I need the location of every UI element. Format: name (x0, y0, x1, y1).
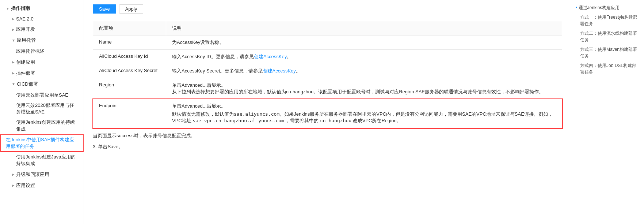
chevron-down-icon (6, 7, 9, 11)
sidebar-item-use-yunxiao-sae[interactable]: 使用云效部署应用至SAE (0, 90, 84, 101)
main-content: Save Apply 配置项 说明 Name 为AccessKey设置名称。 A… (84, 0, 571, 224)
footer-step3: 3. 单击Save。 (93, 143, 562, 150)
sidebar-item-sae20[interactable]: SAE 2.0 (0, 14, 84, 24)
table-row: AliCloud Access Key Secret 输入AccessKey S… (93, 64, 562, 78)
chevron-right-icon (12, 17, 15, 21)
chevron-right-icon (12, 183, 15, 187)
field-access-key-id-desc: 输入AccessKey ID。更多信息，请参见创建AccessKey。 (166, 50, 562, 64)
chevron-right-icon (12, 71, 15, 75)
sidebar-item-use-jenkins-java[interactable]: 使用Jenkins创建Java应用的持续集成 (0, 152, 84, 169)
field-name-desc: 为AccessKey设置名称。 (166, 36, 562, 50)
apply-button[interactable]: Apply (119, 4, 144, 14)
right-sidebar-method1[interactable]: 方式一：使用Freestyle构建部署任务 (576, 12, 640, 29)
field-endpoint: Endpoint (93, 99, 166, 128)
chevron-down-icon (12, 82, 15, 86)
toolbar: Save Apply (84, 0, 571, 18)
sidebar-item-upgrade-rollback[interactable]: 升级和回滚应用 (0, 169, 84, 180)
table-row: Name 为AccessKey设置名称。 (93, 36, 562, 50)
table-row: AliCloud Access Key Id 输入AccessKey ID。更多… (93, 50, 562, 64)
right-sidebar-method4[interactable]: 方式四：使用Job DSL构建部署任务 (576, 61, 640, 77)
chevron-right-icon (12, 60, 15, 64)
sidebar-item-cicd-deploy[interactable]: CICD部署 (0, 79, 84, 90)
chevron-down-icon (12, 38, 15, 42)
right-sidebar-via-jenkins[interactable]: • 通过Jenkins构建应用 (576, 3, 640, 12)
config-table: 配置项 说明 Name 为AccessKey设置名称。 AliCloud Acc… (93, 21, 562, 128)
field-region: Region (93, 78, 166, 99)
sidebar-item-ops-guide[interactable]: 操作指南 (0, 3, 84, 14)
footer-success-text: 当页面显示success时，表示账号信息配置完成。 (93, 132, 562, 139)
field-region-desc: 单击Advanced...后显示。 从下拉列表选择想要部署的应用的所在地域，默认… (166, 78, 562, 99)
sidebar-item-app-settings[interactable]: 应用设置 (0, 180, 84, 191)
table-row-endpoint: Endpoint 单击Advanced...后显示。 默认情况无需修改，默认值为… (93, 99, 562, 128)
col-header-field: 配置项 (93, 21, 166, 36)
left-sidebar: 操作指南 SAE 2.0 应用开发 应用托管 应用托管概述 创建应用 插件部署 … (0, 0, 84, 224)
sidebar-item-app-hosting[interactable]: 应用托管 (0, 35, 84, 46)
field-endpoint-desc: 单击Advanced...后显示。 默认情况无需修改，默认值为sae.aliyu… (166, 99, 562, 128)
field-access-key-secret: AliCloud Access Key Secret (93, 64, 166, 78)
sidebar-item-plugin-deploy[interactable]: 插件部署 (0, 68, 84, 79)
create-access-key-link2[interactable]: 创建AccessKey (263, 68, 296, 74)
field-name: Name (93, 36, 166, 50)
right-sidebar-method3[interactable]: 方式三：使用Maven构建部署任务 (576, 45, 640, 61)
chevron-right-icon (12, 27, 15, 31)
table-row: Region 单击Advanced...后显示。 从下拉列表选择想要部署的应用的… (93, 78, 562, 99)
sidebar-item-use-yunxiao-2020[interactable]: 使用云效2020部署应用与任务模板至SAE (0, 100, 84, 117)
field-access-key-id: AliCloud Access Key Id (93, 50, 166, 64)
sidebar-item-app-dev[interactable]: 应用开发 (0, 24, 84, 35)
col-header-desc: 说明 (166, 21, 562, 36)
save-button[interactable]: Save (93, 4, 116, 14)
field-access-key-secret-desc: 输入AccessKey Secret。更多信息，请参见创建AccessKey。 (166, 64, 562, 78)
sidebar-item-app-hosting-overview[interactable]: 应用托管概述 (0, 46, 84, 57)
bullet-icon: • (576, 5, 579, 10)
sidebar-item-create-app[interactable]: 创建应用 (0, 57, 84, 68)
sidebar-item-use-sae-plugin-jenkins[interactable]: 在Jenkins中使用SAE插件构建应用部署的任务 (0, 134, 84, 152)
right-sidebar-method2[interactable]: 方式二：使用流水线构建部署任务 (576, 29, 640, 45)
create-access-key-link1[interactable]: 创建AccessKey (254, 54, 287, 59)
right-sidebar: • 通过Jenkins构建应用 方式一：使用Freestyle构建部署任务 方式… (571, 0, 644, 224)
sidebar-item-use-jenkins-ci[interactable]: 使用Jenkins创建应用的持续集成 (0, 117, 84, 134)
chevron-right-icon (12, 172, 15, 176)
